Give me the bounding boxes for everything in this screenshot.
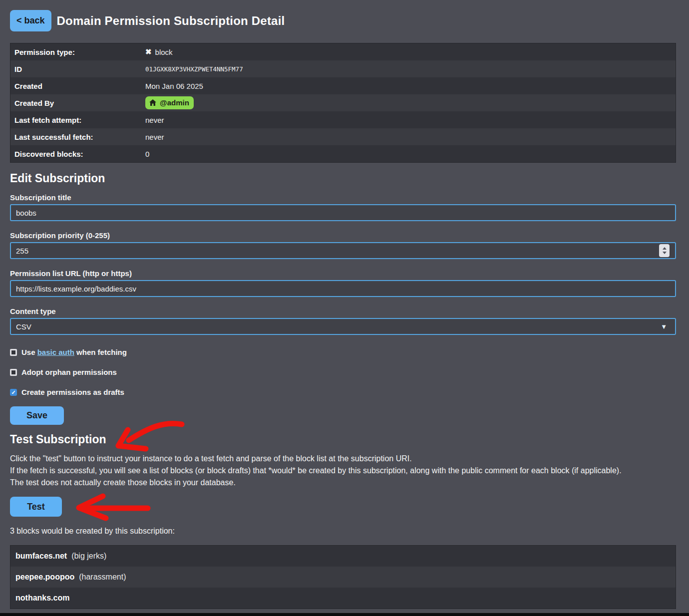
discovered-blocks-value: 0 [145,150,149,158]
table-row-permission-type: Permission type: ✖ block [10,43,676,60]
last-successful-fetch-value: never [145,133,164,141]
adopt-orphans-checkbox-row: Adopt orphan permissions [10,368,679,376]
table-row-created-by: Created By @admin [10,94,676,111]
block-comment: (harassment) [79,573,126,582]
block-result-list: bumfaces.net (big jerks) peepee.poopoo (… [10,545,676,609]
checkbox-label: Adopt orphan permissions [21,368,117,376]
row-label: Created [10,82,145,90]
block-comment: (big jerks) [71,552,106,561]
test-result-summary: 3 blocks would be created by this subscr… [10,526,679,536]
block-x-icon: ✖ [145,47,152,56]
stepper-down-icon[interactable] [663,252,667,254]
table-row-discovered-blocks: Discovered blocks: 0 [10,145,676,162]
row-value: @admin [145,96,194,109]
block-domain: peepee.poopoo [15,573,74,582]
block-domain: bumfaces.net [15,552,67,561]
drafts-checkbox-row: Create permissions as drafts [10,388,679,396]
table-row-last-successful-fetch: Last successful fetch: never [10,128,676,145]
test-description-line: Click the "test" button to instruct your… [10,453,679,465]
row-label: ID [10,65,145,73]
subscription-priority-input[interactable] [10,242,676,259]
permission-type-value: block [155,48,173,56]
bottom-border-bar [0,613,689,616]
id-value: 01JGXK8XP3VHXZPWET4NN5FM77 [145,65,243,73]
permission-list-url-input[interactable] [10,280,676,297]
save-button[interactable]: Save [10,406,64,425]
basic-auth-checkbox[interactable] [10,349,17,356]
stepper-up-icon[interactable] [663,247,667,250]
page-title: Domain Permission Subscription Detail [57,14,285,28]
table-row-last-fetch-attempt: Last fetch attempt: never [10,111,676,128]
row-label: Permission type: [10,48,145,56]
row-label: Discovered blocks: [10,150,145,158]
home-icon [149,99,156,106]
content-type-selected-value: CSV [16,322,31,331]
create-drafts-checkbox[interactable] [10,389,17,396]
subscription-priority-label: Subscription priority (0-255) [10,231,679,240]
created-value: Mon Jan 06 2025 [145,82,203,90]
row-label: Created By [10,99,145,107]
list-item: nothanks.com [10,588,676,609]
subscription-title-input[interactable] [10,204,676,221]
checkbox-label: Create permissions as drafts [21,388,124,396]
red-arrow-test-button-icon [79,496,148,518]
test-description: Click the "test" button to instruct your… [10,453,679,489]
adopt-orphans-checkbox[interactable] [10,369,17,376]
row-value: ✖ block [145,47,173,56]
subscription-detail-table: Permission type: ✖ block ID 01JGXK8XP3VH… [10,43,676,163]
last-fetch-attempt-value: never [145,116,164,124]
list-item: bumfaces.net (big jerks) [10,546,676,567]
back-button[interactable]: < back [10,10,51,31]
created-by-badge[interactable]: @admin [145,96,194,109]
created-by-value: @admin [160,98,189,107]
subscription-title-label: Subscription title [10,193,679,202]
test-description-line: The test does not actually create those … [10,477,679,489]
edit-subscription-heading: Edit Subscription [10,171,679,185]
content-type-select[interactable]: CSV [10,318,676,335]
block-domain: nothanks.com [15,594,69,603]
number-stepper[interactable] [659,244,670,257]
content-type-wrap: CSV ▼ [0,318,686,335]
list-item: peepee.poopoo (harassment) [10,567,676,588]
content-type-label: Content type [10,307,679,316]
row-label: Last fetch attempt: [10,116,145,124]
page-header: < back Domain Permission Subscription De… [10,10,679,31]
table-row-id: ID 01JGXK8XP3VHXZPWET4NN5FM77 [10,60,676,77]
test-description-line: If the fetch is successful, you will see… [10,465,679,477]
table-row-created: Created Mon Jan 06 2025 [10,77,676,94]
priority-input-wrap [0,242,686,259]
checkbox-label: Use basic auth when fetching [21,348,127,356]
basic-auth-checkbox-row: Use basic auth when fetching [10,348,679,356]
permission-list-url-label: Permission list URL (http or https) [10,269,679,278]
basic-auth-link[interactable]: basic auth [37,348,74,356]
row-label: Last successful fetch: [10,133,145,141]
test-subscription-heading: Test Subscription [10,432,679,446]
test-button[interactable]: Test [10,497,62,517]
